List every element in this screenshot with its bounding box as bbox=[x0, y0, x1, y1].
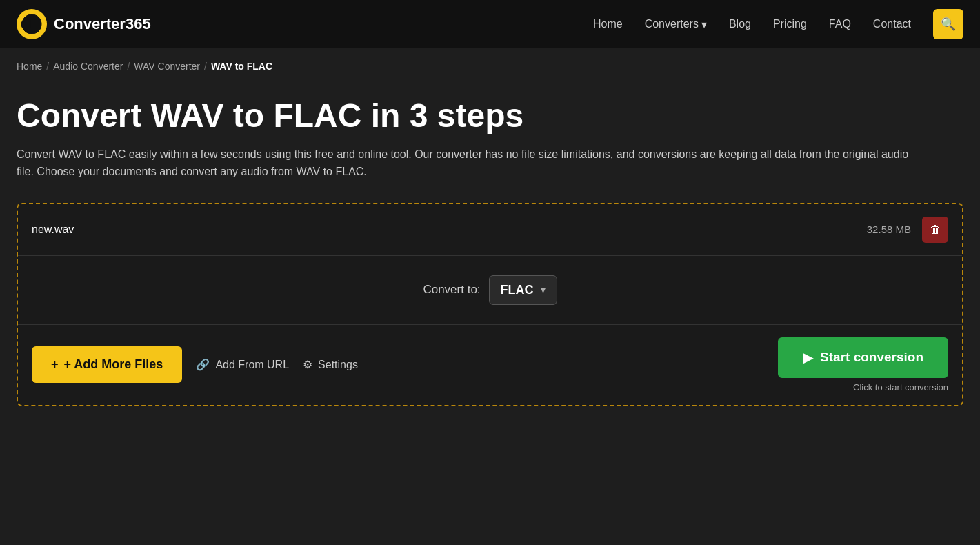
add-from-url-button[interactable]: 🔗 Add From URL bbox=[196, 358, 289, 371]
search-button[interactable]: 🔍 bbox=[933, 9, 963, 39]
logo-icon bbox=[17, 9, 47, 39]
converter-box: new.wav 32.58 MB 🗑 Convert to: FLAC ▾ + … bbox=[17, 203, 963, 406]
breadcrumb-sep1: / bbox=[46, 61, 49, 72]
settings-label: Settings bbox=[318, 359, 358, 371]
start-conversion-button[interactable]: ▶ Start conversion bbox=[778, 337, 948, 378]
left-actions: + + Add More Files 🔗 Add From URL ⚙ Sett… bbox=[32, 346, 358, 383]
start-conversion-area: ▶ Start conversion Click to start conver… bbox=[778, 337, 948, 393]
file-name: new.wav bbox=[32, 224, 74, 236]
gear-icon: ⚙ bbox=[303, 358, 312, 371]
page-title: Convert WAV to FLAC in 3 steps bbox=[17, 98, 963, 135]
start-tooltip: Click to start conversion bbox=[853, 382, 948, 393]
nav-contact[interactable]: Contact bbox=[873, 18, 911, 30]
logo-text: Converter365 bbox=[54, 15, 151, 33]
file-info-right: 32.58 MB 🗑 bbox=[867, 217, 948, 243]
format-dropdown[interactable]: FLAC ▾ bbox=[489, 275, 557, 305]
nav-converters[interactable]: Converters ▾ bbox=[645, 18, 707, 31]
settings-button[interactable]: ⚙ Settings bbox=[303, 358, 358, 371]
convert-to-row: Convert to: FLAC ▾ bbox=[18, 256, 962, 325]
chevron-down-icon: ▾ bbox=[541, 284, 546, 295]
plus-icon: + bbox=[51, 357, 59, 372]
start-label: Start conversion bbox=[820, 350, 923, 365]
search-icon: 🔍 bbox=[941, 17, 956, 32]
breadcrumb-sep2: / bbox=[127, 61, 130, 72]
file-size: 32.58 MB bbox=[867, 224, 911, 235]
trash-icon: 🗑 bbox=[930, 224, 941, 236]
nav-home[interactable]: Home bbox=[593, 18, 623, 30]
logo-area[interactable]: Converter365 bbox=[17, 9, 151, 39]
add-more-files-button[interactable]: + + Add More Files bbox=[32, 346, 182, 383]
chevron-down-icon: ▾ bbox=[701, 18, 707, 31]
nav-faq[interactable]: FAQ bbox=[829, 18, 851, 30]
header: Converter365 Home Converters ▾ Blog Pric… bbox=[0, 0, 980, 48]
add-more-label: + Add More Files bbox=[64, 357, 163, 372]
breadcrumb: Home / Audio Converter / WAV Converter /… bbox=[0, 48, 980, 84]
play-icon: ▶ bbox=[803, 350, 813, 366]
main-content: Convert WAV to FLAC in 3 steps Convert W… bbox=[0, 84, 980, 434]
nav-pricing[interactable]: Pricing bbox=[773, 18, 807, 30]
breadcrumb-wav-converter[interactable]: WAV Converter bbox=[134, 61, 200, 72]
convert-label: Convert to: bbox=[423, 283, 480, 297]
breadcrumb-sep3: / bbox=[204, 61, 207, 72]
link-icon: 🔗 bbox=[196, 358, 210, 371]
main-nav: Home Converters ▾ Blog Pricing FAQ Conta… bbox=[593, 9, 963, 39]
file-row: new.wav 32.58 MB 🗑 bbox=[18, 204, 962, 256]
action-row: + + Add More Files 🔗 Add From URL ⚙ Sett… bbox=[18, 325, 962, 405]
delete-file-button[interactable]: 🗑 bbox=[922, 217, 948, 243]
breadcrumb-audio-converter[interactable]: Audio Converter bbox=[53, 61, 123, 72]
nav-blog[interactable]: Blog bbox=[729, 18, 751, 30]
page-description: Convert WAV to FLAC easily within a few … bbox=[17, 146, 913, 181]
add-url-label: Add From URL bbox=[215, 359, 289, 371]
format-value: FLAC bbox=[501, 283, 534, 297]
breadcrumb-current: WAV to FLAC bbox=[211, 61, 272, 72]
breadcrumb-home[interactable]: Home bbox=[17, 61, 42, 72]
